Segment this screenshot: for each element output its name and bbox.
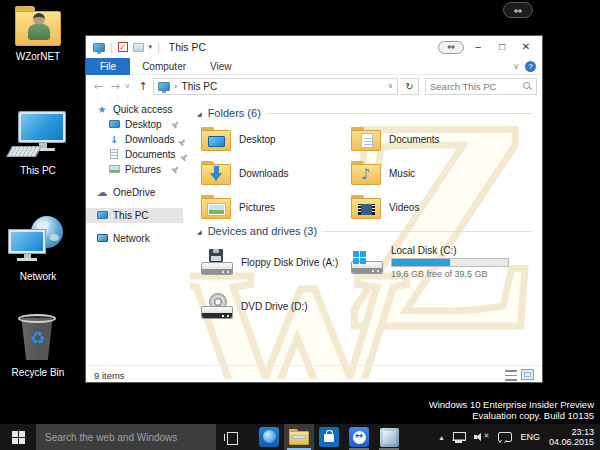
window-controls: ⇔ – □ ✕: [438, 39, 538, 55]
dvd-drive-icon: [201, 293, 233, 319]
volume-muted-icon[interactable]: ✕: [474, 432, 489, 443]
videos-folder-icon: [351, 195, 381, 219]
search-input[interactable]: [430, 81, 522, 92]
teamviewer-icon: [349, 427, 369, 447]
nav-downloads[interactable]: ↓ Downloads: [86, 132, 183, 147]
folder-tile-downloads[interactable]: Downloads: [201, 161, 351, 185]
recycle-glyph: ♻: [16, 328, 60, 348]
explorer-search[interactable]: [425, 78, 537, 95]
help-button[interactable]: ?: [525, 61, 536, 72]
action-center-icon[interactable]: [498, 432, 511, 443]
taskbar-search[interactable]: [36, 424, 216, 450]
breadcrumb[interactable]: This PC: [182, 81, 218, 92]
explorer-window: Z W | ✓ ▾ | This PC ⇔ – □ ✕ File Compute…: [85, 35, 543, 383]
desktop-folder-icon: [201, 127, 231, 151]
search-icon: [522, 81, 532, 91]
picture-icon: [109, 165, 120, 173]
floppy-drive-icon: [201, 249, 233, 275]
task-view-button[interactable]: [216, 424, 246, 450]
back-button[interactable]: ←: [91, 80, 105, 93]
drive-tile-floppy[interactable]: Floppy Disk Drive (A:): [201, 245, 351, 279]
up-button[interactable]: ↑: [136, 80, 150, 93]
desktop-icon-label: WZorNET: [16, 51, 60, 62]
screen-resize-button[interactable]: ⇔: [503, 2, 533, 18]
collapse-group-icon[interactable]: ◢: [197, 110, 202, 117]
store-icon: [319, 427, 339, 447]
tray-expand-button[interactable]: ▴: [439, 433, 443, 442]
folder-tile-documents[interactable]: Documents: [351, 127, 521, 151]
nav-onedrive[interactable]: ☁ OneDrive: [86, 185, 183, 200]
drive-tile-dvd[interactable]: DVD Drive (D:): [201, 293, 351, 319]
folder-tile-videos[interactable]: Videos: [351, 195, 521, 219]
navigation-pane: ★ Quick access Desktop ↓ Downloads Docum…: [86, 97, 183, 365]
forward-button[interactable]: →: [108, 80, 122, 93]
file-explorer-icon: [289, 429, 309, 445]
nav-this-pc[interactable]: This PC: [86, 208, 183, 223]
address-box[interactable]: › This PC ∨: [153, 78, 398, 95]
desktop-icon-this-pc[interactable]: This PC: [0, 112, 76, 176]
collapse-ribbon-button[interactable]: ∨: [513, 62, 519, 71]
title-bar: | ✓ ▾ | This PC ⇔ – □ ✕: [86, 36, 542, 58]
network-tray-icon[interactable]: [452, 432, 465, 443]
desktop-icon-recycle-bin[interactable]: ♻ Recycle Bin: [0, 314, 76, 378]
new-folder-button[interactable]: [133, 43, 144, 52]
clock[interactable]: 23:13 04.06.2015: [549, 427, 594, 447]
avatar: [27, 13, 51, 43]
desktop-icon-label: This PC: [20, 165, 56, 176]
cloud-icon: ☁: [96, 186, 108, 199]
details-view-button[interactable]: [505, 370, 517, 381]
customize-toolbar-button[interactable]: ▾: [149, 43, 153, 51]
hard-drive-icon: [351, 248, 383, 274]
system-tray: ▴ ✕ ENG 23:13 04.06.2015: [439, 427, 600, 447]
large-icons-view-button[interactable]: [521, 369, 534, 380]
this-pc-icon: [158, 82, 170, 91]
address-dropdown-button[interactable]: ∨: [388, 82, 393, 90]
pin-icon: [178, 152, 184, 158]
taskbar-app-edge[interactable]: [254, 424, 284, 450]
time: 23:13: [571, 427, 594, 437]
tab-view[interactable]: View: [198, 58, 244, 75]
recent-locations-button[interactable]: ∨: [125, 82, 133, 90]
refresh-button[interactable]: ↻: [401, 78, 419, 95]
folder-tile-pictures[interactable]: Pictures: [201, 195, 351, 219]
task-view-icon: [224, 432, 239, 443]
download-icon: ↓: [108, 134, 120, 145]
drive-tile-local-disk-c[interactable]: Local Disk (C:) 19,6 GB free of 39,5 GB: [351, 245, 521, 279]
tab-file[interactable]: File: [86, 58, 130, 75]
tab-computer[interactable]: Computer: [130, 58, 198, 75]
pin-icon: [169, 164, 180, 175]
taskbar-app-store[interactable]: [314, 424, 344, 450]
computer-icon: [97, 211, 108, 219]
desktop-icon-network[interactable]: Network: [0, 216, 76, 282]
disk-usage-bar: [391, 258, 509, 267]
app-icon: [93, 43, 105, 52]
desktop-icon-wzornet[interactable]: WZorNET: [0, 6, 76, 62]
folder-tile-music[interactable]: ♪ Music: [351, 161, 521, 185]
language-indicator[interactable]: ENG: [520, 432, 540, 442]
group-header-folders[interactable]: ◢ Folders (6): [197, 107, 532, 119]
nav-pictures[interactable]: Pictures: [86, 162, 183, 177]
group-header-devices[interactable]: ◢ Devices and drives (3): [197, 225, 532, 237]
maximize-button[interactable]: □: [490, 39, 514, 55]
nav-network[interactable]: Network: [86, 231, 183, 246]
items-count: 9 items: [94, 370, 125, 381]
folder-tile-desktop[interactable]: Desktop: [201, 127, 351, 151]
nav-documents[interactable]: Documents: [86, 147, 183, 162]
properties-button[interactable]: ✓: [118, 42, 128, 52]
pictures-folder-icon: [201, 195, 231, 219]
close-button[interactable]: ✕: [514, 39, 538, 55]
minimize-button[interactable]: –: [466, 39, 490, 55]
disk-free-space: 19,6 GB free of 39,5 GB: [391, 269, 509, 279]
start-button[interactable]: [0, 424, 36, 450]
restore-capsule-button[interactable]: ⇔: [438, 41, 464, 54]
taskbar-app-file-explorer[interactable]: [284, 424, 314, 450]
edge-icon: [259, 427, 279, 447]
app-icon: [380, 428, 399, 447]
nav-desktop[interactable]: Desktop: [86, 117, 183, 132]
taskbar-app-teamviewer[interactable]: [344, 424, 374, 450]
collapse-group-icon[interactable]: ◢: [197, 228, 202, 235]
network-icon: [9, 216, 67, 266]
nav-quick-access[interactable]: ★ Quick access: [86, 102, 183, 117]
taskbar-app-generic[interactable]: [374, 424, 404, 450]
taskbar-search-input[interactable]: [45, 432, 207, 443]
